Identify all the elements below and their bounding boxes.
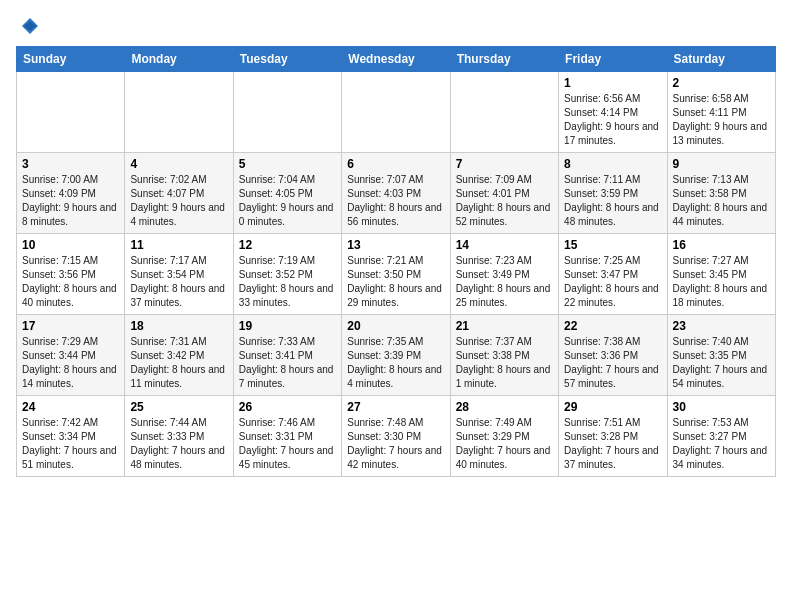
day-info: Sunrise: 7:27 AM Sunset: 3:45 PM Dayligh… — [673, 254, 770, 310]
day-info: Sunrise: 7:42 AM Sunset: 3:34 PM Dayligh… — [22, 416, 119, 472]
logo — [16, 16, 40, 36]
calendar-cell: 2Sunrise: 6:58 AM Sunset: 4:11 PM Daylig… — [667, 72, 775, 153]
day-info: Sunrise: 7:02 AM Sunset: 4:07 PM Dayligh… — [130, 173, 227, 229]
calendar-cell: 14Sunrise: 7:23 AM Sunset: 3:49 PM Dayli… — [450, 234, 558, 315]
calendar-header-wednesday: Wednesday — [342, 47, 450, 72]
day-info: Sunrise: 7:25 AM Sunset: 3:47 PM Dayligh… — [564, 254, 661, 310]
day-number: 26 — [239, 400, 336, 414]
day-info: Sunrise: 7:00 AM Sunset: 4:09 PM Dayligh… — [22, 173, 119, 229]
calendar-cell: 27Sunrise: 7:48 AM Sunset: 3:30 PM Dayli… — [342, 396, 450, 477]
calendar-cell: 29Sunrise: 7:51 AM Sunset: 3:28 PM Dayli… — [559, 396, 667, 477]
calendar-cell: 21Sunrise: 7:37 AM Sunset: 3:38 PM Dayli… — [450, 315, 558, 396]
calendar-cell — [233, 72, 341, 153]
day-number: 11 — [130, 238, 227, 252]
calendar-cell: 7Sunrise: 7:09 AM Sunset: 4:01 PM Daylig… — [450, 153, 558, 234]
calendar-week-0: 1Sunrise: 6:56 AM Sunset: 4:14 PM Daylig… — [17, 72, 776, 153]
day-info: Sunrise: 7:21 AM Sunset: 3:50 PM Dayligh… — [347, 254, 444, 310]
day-info: Sunrise: 7:46 AM Sunset: 3:31 PM Dayligh… — [239, 416, 336, 472]
calendar-cell: 9Sunrise: 7:13 AM Sunset: 3:58 PM Daylig… — [667, 153, 775, 234]
day-number: 13 — [347, 238, 444, 252]
calendar-cell — [17, 72, 125, 153]
calendar-week-1: 3Sunrise: 7:00 AM Sunset: 4:09 PM Daylig… — [17, 153, 776, 234]
day-info: Sunrise: 7:19 AM Sunset: 3:52 PM Dayligh… — [239, 254, 336, 310]
calendar-cell: 4Sunrise: 7:02 AM Sunset: 4:07 PM Daylig… — [125, 153, 233, 234]
calendar-header-row: SundayMondayTuesdayWednesdayThursdayFrid… — [17, 47, 776, 72]
calendar-header-sunday: Sunday — [17, 47, 125, 72]
day-number: 8 — [564, 157, 661, 171]
day-info: Sunrise: 7:48 AM Sunset: 3:30 PM Dayligh… — [347, 416, 444, 472]
day-info: Sunrise: 7:53 AM Sunset: 3:27 PM Dayligh… — [673, 416, 770, 472]
calendar: SundayMondayTuesdayWednesdayThursdayFrid… — [16, 46, 776, 477]
calendar-cell: 25Sunrise: 7:44 AM Sunset: 3:33 PM Dayli… — [125, 396, 233, 477]
calendar-cell: 16Sunrise: 7:27 AM Sunset: 3:45 PM Dayli… — [667, 234, 775, 315]
day-info: Sunrise: 7:23 AM Sunset: 3:49 PM Dayligh… — [456, 254, 553, 310]
day-info: Sunrise: 7:49 AM Sunset: 3:29 PM Dayligh… — [456, 416, 553, 472]
day-info: Sunrise: 7:13 AM Sunset: 3:58 PM Dayligh… — [673, 173, 770, 229]
day-info: Sunrise: 7:15 AM Sunset: 3:56 PM Dayligh… — [22, 254, 119, 310]
day-number: 7 — [456, 157, 553, 171]
calendar-cell: 23Sunrise: 7:40 AM Sunset: 3:35 PM Dayli… — [667, 315, 775, 396]
calendar-header-thursday: Thursday — [450, 47, 558, 72]
calendar-cell: 18Sunrise: 7:31 AM Sunset: 3:42 PM Dayli… — [125, 315, 233, 396]
calendar-week-2: 10Sunrise: 7:15 AM Sunset: 3:56 PM Dayli… — [17, 234, 776, 315]
calendar-cell: 26Sunrise: 7:46 AM Sunset: 3:31 PM Dayli… — [233, 396, 341, 477]
calendar-cell: 12Sunrise: 7:19 AM Sunset: 3:52 PM Dayli… — [233, 234, 341, 315]
logo-icon — [20, 16, 40, 36]
day-number: 25 — [130, 400, 227, 414]
day-number: 28 — [456, 400, 553, 414]
calendar-cell: 17Sunrise: 7:29 AM Sunset: 3:44 PM Dayli… — [17, 315, 125, 396]
calendar-header-saturday: Saturday — [667, 47, 775, 72]
day-number: 22 — [564, 319, 661, 333]
day-number: 3 — [22, 157, 119, 171]
calendar-cell: 20Sunrise: 7:35 AM Sunset: 3:39 PM Dayli… — [342, 315, 450, 396]
day-number: 4 — [130, 157, 227, 171]
header — [16, 16, 776, 36]
day-number: 24 — [22, 400, 119, 414]
day-info: Sunrise: 7:33 AM Sunset: 3:41 PM Dayligh… — [239, 335, 336, 391]
day-info: Sunrise: 7:35 AM Sunset: 3:39 PM Dayligh… — [347, 335, 444, 391]
calendar-cell: 1Sunrise: 6:56 AM Sunset: 4:14 PM Daylig… — [559, 72, 667, 153]
day-number: 6 — [347, 157, 444, 171]
day-number: 10 — [22, 238, 119, 252]
day-number: 18 — [130, 319, 227, 333]
calendar-cell — [125, 72, 233, 153]
calendar-week-4: 24Sunrise: 7:42 AM Sunset: 3:34 PM Dayli… — [17, 396, 776, 477]
calendar-header-friday: Friday — [559, 47, 667, 72]
day-number: 29 — [564, 400, 661, 414]
day-info: Sunrise: 7:38 AM Sunset: 3:36 PM Dayligh… — [564, 335, 661, 391]
calendar-cell: 22Sunrise: 7:38 AM Sunset: 3:36 PM Dayli… — [559, 315, 667, 396]
calendar-cell — [342, 72, 450, 153]
calendar-cell: 8Sunrise: 7:11 AM Sunset: 3:59 PM Daylig… — [559, 153, 667, 234]
calendar-cell: 15Sunrise: 7:25 AM Sunset: 3:47 PM Dayli… — [559, 234, 667, 315]
day-info: Sunrise: 7:17 AM Sunset: 3:54 PM Dayligh… — [130, 254, 227, 310]
calendar-cell: 13Sunrise: 7:21 AM Sunset: 3:50 PM Dayli… — [342, 234, 450, 315]
calendar-header-tuesday: Tuesday — [233, 47, 341, 72]
calendar-cell: 30Sunrise: 7:53 AM Sunset: 3:27 PM Dayli… — [667, 396, 775, 477]
day-number: 30 — [673, 400, 770, 414]
calendar-header-monday: Monday — [125, 47, 233, 72]
logo-text — [16, 16, 40, 36]
calendar-cell: 10Sunrise: 7:15 AM Sunset: 3:56 PM Dayli… — [17, 234, 125, 315]
calendar-cell: 28Sunrise: 7:49 AM Sunset: 3:29 PM Dayli… — [450, 396, 558, 477]
calendar-cell: 11Sunrise: 7:17 AM Sunset: 3:54 PM Dayli… — [125, 234, 233, 315]
day-number: 19 — [239, 319, 336, 333]
day-number: 23 — [673, 319, 770, 333]
day-info: Sunrise: 7:07 AM Sunset: 4:03 PM Dayligh… — [347, 173, 444, 229]
day-info: Sunrise: 7:37 AM Sunset: 3:38 PM Dayligh… — [456, 335, 553, 391]
day-number: 1 — [564, 76, 661, 90]
day-number: 21 — [456, 319, 553, 333]
calendar-cell: 19Sunrise: 7:33 AM Sunset: 3:41 PM Dayli… — [233, 315, 341, 396]
day-number: 12 — [239, 238, 336, 252]
day-number: 20 — [347, 319, 444, 333]
day-info: Sunrise: 6:56 AM Sunset: 4:14 PM Dayligh… — [564, 92, 661, 148]
day-number: 2 — [673, 76, 770, 90]
calendar-cell: 5Sunrise: 7:04 AM Sunset: 4:05 PM Daylig… — [233, 153, 341, 234]
day-info: Sunrise: 7:29 AM Sunset: 3:44 PM Dayligh… — [22, 335, 119, 391]
day-number: 5 — [239, 157, 336, 171]
day-info: Sunrise: 6:58 AM Sunset: 4:11 PM Dayligh… — [673, 92, 770, 148]
day-number: 17 — [22, 319, 119, 333]
day-info: Sunrise: 7:31 AM Sunset: 3:42 PM Dayligh… — [130, 335, 227, 391]
day-info: Sunrise: 7:11 AM Sunset: 3:59 PM Dayligh… — [564, 173, 661, 229]
day-number: 16 — [673, 238, 770, 252]
day-info: Sunrise: 7:40 AM Sunset: 3:35 PM Dayligh… — [673, 335, 770, 391]
